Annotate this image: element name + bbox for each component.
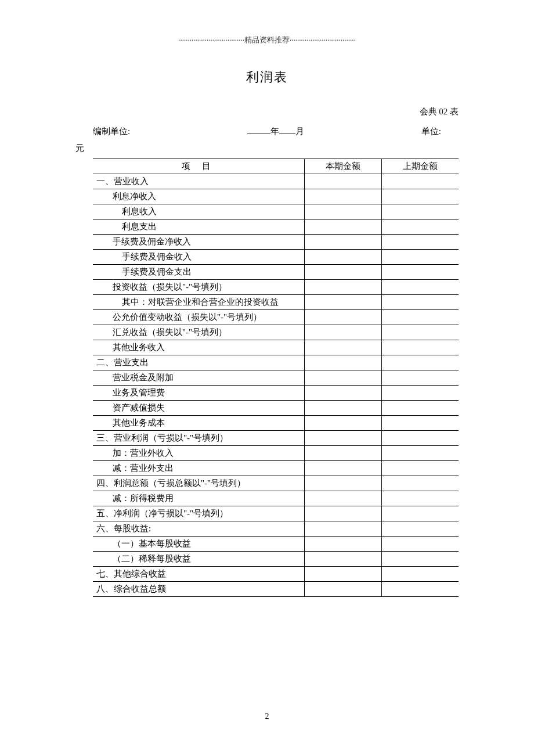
row-item-label: 营业税金及附加 <box>93 370 305 386</box>
meta-row: 编制单位: 年月 单位: <box>75 126 459 137</box>
row-prior-amount <box>381 416 459 431</box>
table-row: 公允价值变动收益（损失以"-"号填列） <box>93 310 459 325</box>
row-current-amount <box>305 204 382 219</box>
row-item-label: 其中：对联营企业和合营企业的投资收益 <box>93 295 305 310</box>
row-current-amount <box>305 295 382 310</box>
row-prior-amount <box>381 295 459 310</box>
month-label: 月 <box>295 127 304 136</box>
row-prior-amount <box>381 280 459 295</box>
row-current-amount <box>305 265 382 280</box>
table-row: 手续费及佣金净收入 <box>93 235 459 250</box>
table-row: （二）稀释每股收益 <box>93 552 459 567</box>
row-prior-amount <box>381 310 459 325</box>
row-current-amount <box>305 431 382 446</box>
income-statement-table: 项 目 本期金额 上期金额 一、营业收入利息净收入利息收入利息支出手续费及佣金净… <box>93 159 459 597</box>
row-item-label: 业务及管理费 <box>93 386 305 401</box>
row-prior-amount <box>381 189 459 204</box>
row-prior-amount <box>381 265 459 280</box>
row-item-label: 公允价值变动收益（损失以"-"号填列） <box>93 310 305 325</box>
row-current-amount <box>305 386 382 401</box>
row-current-amount <box>305 219 382 235</box>
row-prior-amount <box>381 537 459 552</box>
row-current-amount <box>305 325 382 340</box>
document-title: 利润表 <box>75 69 459 86</box>
row-item-label: （二）稀释每股收益 <box>93 552 305 567</box>
table-row: 营业税金及附加 <box>93 370 459 386</box>
row-item-label: 二、营业支出 <box>93 355 305 370</box>
table-row: 一、营业收入 <box>93 174 459 189</box>
table-row: 手续费及佣金支出 <box>93 265 459 280</box>
row-current-amount <box>305 537 382 552</box>
table-row: 八、综合收益总额 <box>93 582 459 597</box>
row-prior-amount <box>381 340 459 355</box>
row-prior-amount <box>381 552 459 567</box>
row-prior-amount <box>381 386 459 401</box>
header-banner: ···································精品资料推… <box>75 35 459 45</box>
row-current-amount <box>305 280 382 295</box>
row-current-amount <box>305 416 382 431</box>
header-prior: 上期金额 <box>381 159 459 174</box>
row-current-amount <box>305 567 382 582</box>
table-row: 业务及管理费 <box>93 386 459 401</box>
row-prior-amount <box>381 476 459 491</box>
form-code: 会典 02 表 <box>75 106 459 117</box>
table-row: 三、营业利润（亏损以"-"号填列） <box>93 431 459 446</box>
row-prior-amount <box>381 250 459 265</box>
page-number: 2 <box>0 712 534 721</box>
row-prior-amount <box>381 204 459 219</box>
row-current-amount <box>305 189 382 204</box>
row-item-label: 汇兑收益（损失以"-"号填列） <box>93 325 305 340</box>
row-item-label: 一、营业收入 <box>93 174 305 189</box>
row-item-label: 其他业务收入 <box>93 340 305 355</box>
table-row: 投资收益（损失以"-"号填列） <box>93 280 459 295</box>
table-body: 一、营业收入利息净收入利息收入利息支出手续费及佣金净收入手续费及佣金收入手续费及… <box>93 174 459 597</box>
row-prior-amount <box>381 567 459 582</box>
row-item-label: 七、其他综合收益 <box>93 567 305 582</box>
row-item-label: 手续费及佣金收入 <box>93 250 305 265</box>
row-item-label: 五、净利润（净亏损以"-"号填列） <box>93 506 305 521</box>
row-item-label: 资产减值损失 <box>93 401 305 416</box>
row-prior-amount <box>381 174 459 189</box>
row-current-amount <box>305 340 382 355</box>
table-row: 二、营业支出 <box>93 355 459 370</box>
header-item: 项 目 <box>93 159 305 174</box>
row-current-amount <box>305 174 382 189</box>
row-current-amount <box>305 506 382 521</box>
month-blank <box>279 134 295 134</box>
table-row: 汇兑收益（损失以"-"号填列） <box>93 325 459 340</box>
row-item-label: （一）基本每股收益 <box>93 537 305 552</box>
row-item-label: 手续费及佣金支出 <box>93 265 305 280</box>
row-prior-amount <box>381 461 459 476</box>
table-row: 其他业务收入 <box>93 340 459 355</box>
currency-unit: 元 <box>75 143 459 154</box>
row-prior-amount <box>381 235 459 250</box>
row-prior-amount <box>381 431 459 446</box>
header-current: 本期金额 <box>305 159 382 174</box>
row-item-label: 利息支出 <box>93 219 305 235</box>
row-current-amount <box>305 235 382 250</box>
row-current-amount <box>305 491 382 506</box>
table-row: 利息收入 <box>93 204 459 219</box>
row-prior-amount <box>381 491 459 506</box>
prepared-by-label: 编制单位: <box>93 126 130 137</box>
table-row: 加：营业外收入 <box>93 446 459 461</box>
row-current-amount <box>305 552 382 567</box>
table-row: 六、每股收益: <box>93 521 459 537</box>
row-prior-amount <box>381 506 459 521</box>
row-current-amount <box>305 461 382 476</box>
table-header-row: 项 目 本期金额 上期金额 <box>93 159 459 174</box>
row-item-label: 投资收益（损失以"-"号填列） <box>93 280 305 295</box>
row-item-label: 三、营业利润（亏损以"-"号填列） <box>93 431 305 446</box>
row-current-amount <box>305 310 382 325</box>
table-row: 其中：对联营企业和合营企业的投资收益 <box>93 295 459 310</box>
row-prior-amount <box>381 219 459 235</box>
table-row: 利息支出 <box>93 219 459 235</box>
row-item-label: 手续费及佣金净收入 <box>93 235 305 250</box>
row-item-label: 八、综合收益总额 <box>93 582 305 597</box>
row-prior-amount <box>381 521 459 537</box>
row-item-label: 利息净收入 <box>93 189 305 204</box>
row-current-amount <box>305 476 382 491</box>
year-blank <box>247 134 270 134</box>
year-label: 年 <box>270 127 279 136</box>
row-current-amount <box>305 401 382 416</box>
